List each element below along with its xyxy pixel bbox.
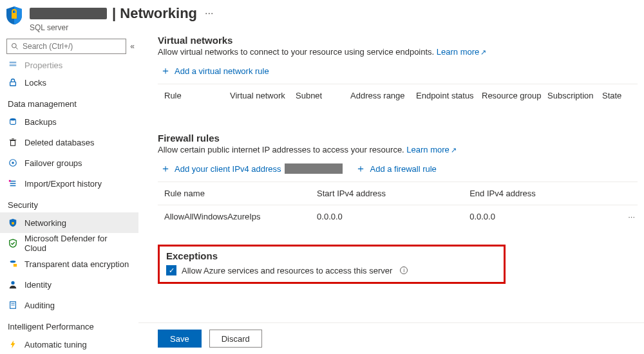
- svg-rect-13: [12, 222, 14, 225]
- save-button[interactable]: Save: [158, 330, 202, 348]
- col-start-ip: Start IPv4 address: [317, 189, 469, 198]
- properties-icon: [8, 60, 18, 70]
- add-client-ip-button[interactable]: ＋Add your client IPv4 address: [160, 163, 343, 174]
- vnet-table-header: Rule Virtual network Subnet Address rang…: [158, 84, 638, 107]
- sidebar-item-deleted-databases[interactable]: Deleted databases: [0, 132, 138, 153]
- collapse-sidebar-button[interactable]: «: [130, 42, 135, 51]
- nav-group-intelligent-performance: Intelligent Performance: [0, 315, 138, 334]
- encryption-icon: [8, 259, 18, 269]
- sidebar-item-networking[interactable]: Networking: [0, 212, 138, 233]
- svg-rect-4: [10, 64, 17, 66]
- col-state: State: [602, 91, 635, 100]
- trash-icon: [8, 137, 18, 147]
- add-firewall-rule-button[interactable]: ＋Add a firewall rule: [355, 163, 436, 174]
- sidebar-item-import-export[interactable]: Import/Export history: [0, 173, 138, 194]
- header-more-button[interactable]: ···: [205, 8, 213, 19]
- svg-line-2: [16, 48, 18, 50]
- nav-group-security: Security: [0, 194, 138, 212]
- nav-group-data-management: Data management: [0, 93, 138, 111]
- svg-rect-15: [14, 264, 17, 266]
- col-endpoint: Endpoint status: [416, 91, 482, 100]
- col-sub: Subscription: [547, 91, 602, 100]
- client-ip-redacted: [285, 163, 343, 174]
- plus-icon: ＋: [160, 66, 171, 76]
- sidebar-item-tde[interactable]: Transparent data encryption: [0, 254, 138, 274]
- sql-server-shield-icon: [4, 5, 24, 26]
- lock-icon: [8, 77, 18, 88]
- sidebar-item-defender[interactable]: Microsoft Defender for Cloud: [0, 233, 138, 254]
- svg-rect-7: [11, 140, 15, 145]
- failover-icon: [8, 158, 18, 168]
- defender-icon: [8, 238, 18, 248]
- virtual-networks-heading: Virtual networks: [158, 36, 638, 46]
- table-row: AllowAllWindowsAzureIps 0.0.0.0 0.0.0.0 …: [158, 205, 638, 228]
- firewall-rules-heading: Firewall rules: [158, 133, 638, 144]
- external-link-icon: ↗: [480, 48, 486, 56]
- sidebar-item-failover-groups[interactable]: Failover groups: [0, 153, 138, 173]
- plus-icon: ＋: [355, 163, 366, 174]
- footer-actions: Save Discard: [138, 322, 644, 354]
- sidebar-item-identity[interactable]: Identity: [0, 274, 138, 295]
- end-ip-cell: 0.0.0.0: [469, 212, 609, 221]
- resource-type-label: SQL server: [30, 23, 213, 32]
- sidebar-item-auditing[interactable]: Auditing: [0, 295, 138, 315]
- virtual-networks-desc: Allow virtual networks to connect to you…: [158, 47, 638, 57]
- vnet-learn-more-link[interactable]: Learn more↗: [437, 47, 486, 57]
- add-vnet-rule-button[interactable]: ＋Add a virtual network rule: [158, 59, 269, 84]
- col-range: Address range: [350, 91, 416, 100]
- backup-icon: [8, 116, 18, 127]
- svg-rect-0: [12, 13, 17, 19]
- svg-point-1: [12, 44, 17, 48]
- svg-point-14: [10, 261, 16, 263]
- col-rule: Rule: [164, 91, 230, 100]
- firewall-rules-table: Rule name Start IPv4 address End IPv4 ad…: [158, 182, 638, 228]
- svg-rect-5: [10, 82, 16, 86]
- fw-table-header: Rule name Start IPv4 address End IPv4 ad…: [158, 182, 638, 205]
- plus-icon: ＋: [160, 163, 171, 174]
- svg-point-6: [10, 118, 16, 121]
- col-rule-name: Rule name: [164, 189, 317, 198]
- bolt-icon: [8, 339, 18, 349]
- svg-rect-12: [9, 180, 11, 182]
- fw-learn-more-link[interactable]: Learn more↗: [406, 145, 456, 154]
- rule-name-cell: AllowAllWindowsAzureIps: [164, 212, 317, 221]
- search-icon: [11, 42, 19, 50]
- firewall-rules-desc: Allow certain public internet IP address…: [158, 145, 638, 154]
- external-link-icon: ↗: [451, 146, 457, 154]
- discard-button[interactable]: Discard: [209, 330, 262, 348]
- row-more-button[interactable]: ···: [609, 212, 635, 221]
- server-name-redacted: [30, 8, 107, 19]
- col-vnet: Virtual network: [230, 91, 296, 100]
- svg-point-16: [11, 281, 14, 284]
- svg-point-11: [12, 162, 14, 164]
- identity-icon: [8, 279, 18, 290]
- col-subnet: Subnet: [296, 91, 350, 100]
- info-icon[interactable]: i: [400, 266, 408, 274]
- search-input[interactable]: [23, 42, 122, 51]
- allow-azure-services-label: Allow Azure services and resources to ac…: [182, 266, 392, 275]
- col-rg: Resource group: [482, 91, 547, 100]
- sidebar-item-backups[interactable]: Backups: [0, 111, 138, 132]
- import-export-icon: [8, 178, 18, 189]
- allow-azure-services-checkbox[interactable]: ✓: [166, 265, 176, 275]
- networking-icon: [8, 218, 18, 228]
- sidebar-item-properties[interactable]: Properties: [0, 58, 138, 72]
- sidebar-search[interactable]: [6, 39, 126, 54]
- auditing-icon: [8, 300, 18, 310]
- sidebar-item-automatic-tuning[interactable]: Automatic tuning: [0, 334, 138, 354]
- exceptions-heading: Exceptions: [166, 250, 496, 261]
- page-title: | Networking: [112, 5, 197, 22]
- sidebar: « Properties Locks Data management Backu…: [0, 36, 138, 354]
- svg-rect-3: [10, 62, 17, 64]
- exceptions-section-highlighted: Exceptions ✓ Allow Azure services and re…: [158, 245, 506, 284]
- page-header: | Networking ··· SQL server: [0, 0, 644, 36]
- col-end-ip: End IPv4 address: [469, 189, 609, 198]
- start-ip-cell: 0.0.0.0: [317, 212, 469, 221]
- main-panel: Virtual networks Allow virtual networks …: [138, 36, 644, 354]
- vnet-rules-table: Rule Virtual network Subnet Address rang…: [158, 84, 638, 107]
- sidebar-item-locks[interactable]: Locks: [0, 72, 138, 93]
